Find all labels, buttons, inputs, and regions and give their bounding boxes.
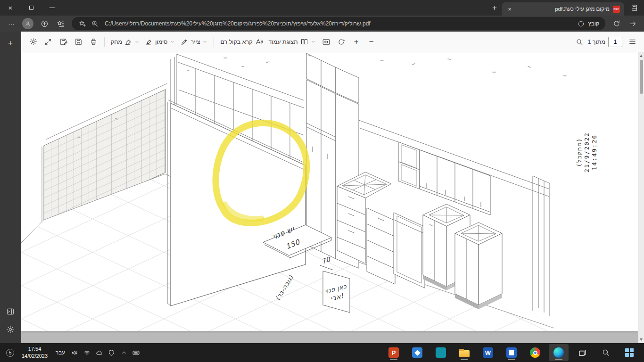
page-view-label: תצוגת עמוד <box>269 39 298 45</box>
print-button[interactable] <box>86 34 100 49</box>
tab-close-button[interactable]: × <box>506 5 513 13</box>
taskbar-clock[interactable]: 17:54 14/02/2023 <box>22 346 48 360</box>
window-restore-button[interactable] <box>21 0 41 16</box>
chevron-up-icon <box>121 349 127 356</box>
new-tab-button[interactable]: + <box>487 1 502 15</box>
zoom-page-icon[interactable] <box>89 18 101 29</box>
window-close-button[interactable]: × <box>0 0 21 16</box>
page-count-label: מתוך 1 <box>587 39 605 45</box>
tab-bar: × + × מיקום מזגן עילי כעת.pdf PDF <box>0 0 644 16</box>
view-options-button[interactable] <box>625 34 639 49</box>
sidebar-settings-icon[interactable] <box>3 322 18 337</box>
zoom-in-button[interactable]: + <box>349 34 363 49</box>
minus-icon: − <box>369 37 374 47</box>
fullscreen-button[interactable] <box>41 34 55 49</box>
network-icon[interactable] <box>81 344 93 361</box>
taskbar-date: 14/02/2023 <box>22 353 48 360</box>
hidden-icons-chevron[interactable] <box>118 344 130 361</box>
sidebar-panel-icon[interactable] <box>3 304 18 319</box>
defender-icon[interactable] <box>106 344 118 361</box>
fit-width-icon <box>322 38 330 46</box>
highlighter-icon <box>145 38 153 46</box>
page-view-button[interactable]: תצוגת עמוד <box>266 34 318 49</box>
address-bar[interactable]: C:/Users/רחלי/Documents/שרוליק/דירה%20אל… <box>72 17 605 30</box>
toolbar-divider <box>104 37 105 47</box>
erase-tool-button[interactable]: מחק <box>108 34 142 49</box>
save-button[interactable] <box>71 34 85 49</box>
edge-sidebar: + <box>0 32 21 343</box>
taskbar-app-edge[interactable] <box>549 344 569 361</box>
touch-keyboard-icon[interactable] <box>130 344 142 361</box>
zoom-out-button[interactable]: − <box>364 34 379 49</box>
refresh-button[interactable] <box>609 16 624 31</box>
navigation-bar: ··· C:/Users/רחלי/Documents/שרוליק/דירה%… <box>0 16 644 32</box>
draw-tool-button[interactable]: צייר <box>178 34 210 49</box>
settings-menu-button[interactable]: ··· <box>4 16 19 31</box>
scroll-down-arrow[interactable] <box>640 338 643 341</box>
favorites-icon[interactable] <box>53 16 68 31</box>
taskbar-app-blue-tile[interactable] <box>502 344 521 361</box>
info-icon[interactable] <box>575 18 587 29</box>
taskbar-app-word[interactable]: W <box>478 344 498 361</box>
read-aloud-label: קרא בקול רם <box>220 39 252 45</box>
fit-width-button[interactable] <box>319 34 333 49</box>
photos-icon <box>412 347 422 358</box>
save-as-button[interactable] <box>56 34 70 49</box>
task-view-button[interactable] <box>572 344 592 361</box>
add-favorite-star-icon[interactable] <box>76 18 89 29</box>
scroll-up-arrow[interactable] <box>640 55 643 57</box>
sidebar-add-button[interactable]: + <box>3 36 18 51</box>
save-icon <box>74 38 83 46</box>
taskbar-app-store[interactable] <box>431 344 451 361</box>
back-button[interactable] <box>625 16 640 31</box>
start-button[interactable] <box>619 344 639 361</box>
rotate-icon <box>338 38 345 46</box>
vertical-scrollbar[interactable] <box>638 52 644 343</box>
highlight-tool-button[interactable]: סימון <box>143 34 177 49</box>
url-text: C:/Users/רחלי/Documents/שרוליק/דירה%20אל… <box>101 20 575 27</box>
taskbar-search-button[interactable] <box>596 344 616 361</box>
pdf-file-icon: PDF <box>613 6 620 13</box>
pen-icon <box>181 38 188 46</box>
pdf-settings-button[interactable] <box>26 34 40 49</box>
chevron-down-icon <box>311 39 316 44</box>
scrollbar-thumb[interactable] <box>640 60 643 94</box>
stamp-time-text: 14:49:26 <box>591 134 598 170</box>
notification-badge[interactable]: 5 <box>6 349 14 357</box>
save-as-icon <box>59 38 67 46</box>
find-in-document-button[interactable] <box>572 34 586 49</box>
read-aloud-button[interactable]: קרא בקול רם <box>218 34 265 49</box>
minimize-icon <box>50 8 55 8</box>
document-app-icon <box>506 347 517 358</box>
profile-avatar[interactable] <box>22 18 33 29</box>
windows-taskbar: 5 17:54 14/02/2023 עבר P W <box>0 343 644 362</box>
window-minimize-button[interactable] <box>41 0 62 16</box>
store-icon <box>436 347 446 358</box>
gear-icon <box>6 325 15 334</box>
taskbar-app-chrome[interactable] <box>525 344 545 361</box>
taskbar-time: 17:54 <box>22 346 48 353</box>
tab-active[interactable]: × מיקום מזגן עילי כעת.pdf PDF <box>502 2 624 16</box>
search-icon <box>576 38 583 46</box>
page-number-input[interactable] <box>608 37 622 47</box>
main-area: + מחק סימון <box>0 32 644 343</box>
volume-icon[interactable] <box>69 344 81 361</box>
erase-label: מחק <box>111 39 122 45</box>
rotate-button[interactable] <box>334 34 348 49</box>
drawer-unit <box>367 208 395 284</box>
taskbar-app-photos[interactable] <box>407 344 427 361</box>
vertical-tabs-icon[interactable] <box>626 1 642 15</box>
taskbar-app-file-explorer[interactable] <box>454 344 474 361</box>
stamp-date-text: 21/9/2022 <box>583 132 590 173</box>
onedrive-icon[interactable] <box>93 344 106 361</box>
expand-icon <box>44 38 52 46</box>
eraser-icon <box>124 38 132 46</box>
tab-title: מיקום מזגן עילי כעת.pdf <box>517 6 610 12</box>
taskbar-app-powerpoint[interactable]: P <box>384 344 404 361</box>
language-indicator[interactable]: עבר <box>56 350 65 355</box>
task-view-icon <box>578 348 587 357</box>
pdf-toolbar: מחק סימון צייר קרא בקול רם <box>21 32 644 52</box>
pdf-page[interactable]: יש פנוי 150 70 (גובה-בר) כאן פנוי אבי! (… <box>21 52 638 331</box>
draw-label: צייר <box>190 39 200 45</box>
workspaces-icon[interactable] <box>37 16 52 31</box>
